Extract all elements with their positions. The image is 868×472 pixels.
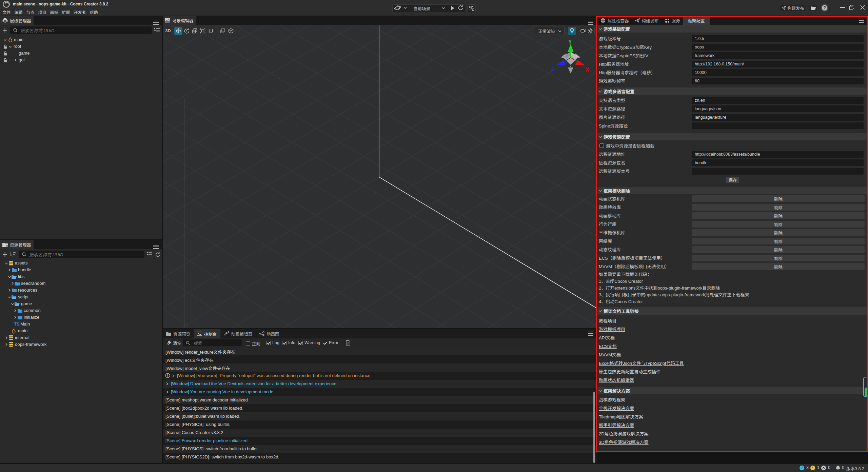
svg-text:Y: Y (568, 40, 572, 45)
svg-text:Z: Z (551, 66, 555, 72)
svg-text:X: X (586, 67, 589, 73)
